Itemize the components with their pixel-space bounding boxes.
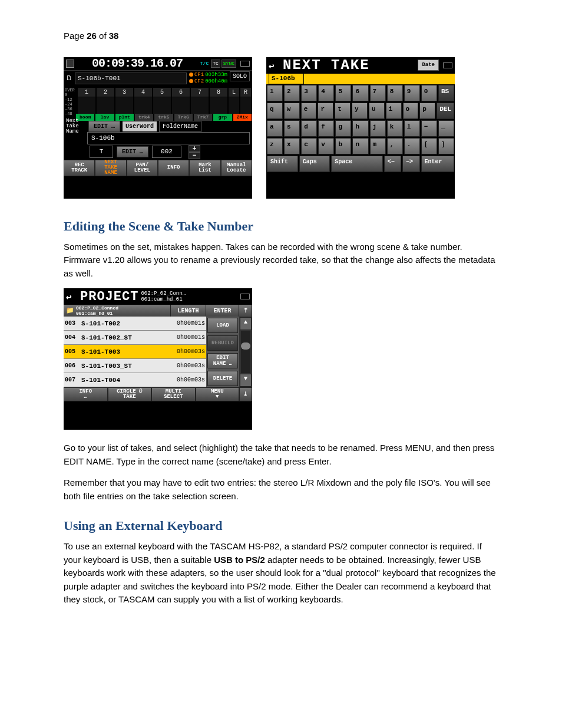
ch-label[interactable]: 6 bbox=[172, 88, 190, 97]
key-4[interactable]: 4 bbox=[318, 85, 334, 101]
side-button-delete[interactable]: DELETE bbox=[207, 371, 238, 386]
key-e[interactable]: e bbox=[301, 103, 317, 119]
next-take-name-button[interactable]: NEXT TAKE NAME bbox=[95, 160, 126, 176]
key-b[interactable]: b bbox=[335, 138, 351, 154]
scroll-down-icon[interactable]: ▼ bbox=[240, 374, 252, 387]
key-n[interactable]: n bbox=[352, 138, 368, 154]
key-.[interactable]: . bbox=[404, 138, 420, 154]
ch-label[interactable]: R bbox=[240, 88, 251, 97]
ch-label[interactable]: 7 bbox=[191, 88, 209, 97]
key-9[interactable]: 9 bbox=[404, 85, 420, 101]
scroll-top-icon[interactable]: ⤒ bbox=[239, 305, 252, 317]
take-row[interactable]: 006S-101-T003_ST0h00m03s bbox=[64, 359, 206, 373]
take-row[interactable]: 007S-101-T0040h00m03s bbox=[64, 373, 206, 387]
key-shift[interactable]: Shift bbox=[267, 156, 298, 172]
ch-label[interactable]: 2 bbox=[97, 88, 114, 97]
key-d[interactable]: d bbox=[301, 120, 317, 137]
increment-button[interactable]: + bbox=[189, 145, 200, 152]
ch-label[interactable]: 3 bbox=[115, 88, 133, 97]
key-o[interactable]: o bbox=[403, 103, 419, 119]
take-number-field[interactable]: 002 bbox=[152, 146, 181, 158]
userword-button[interactable]: UserWord bbox=[123, 121, 157, 131]
take-row[interactable]: 005S-101-T0030h00m03s bbox=[64, 345, 206, 359]
key-[interactable]: −> bbox=[402, 156, 419, 172]
circle-take-button[interactable]: CIRCLE @ TAKE bbox=[108, 387, 152, 401]
key-[interactable]: <− bbox=[384, 156, 401, 172]
multi-select-button[interactable]: MULTI SELECT bbox=[151, 387, 196, 401]
key-enter[interactable]: Enter bbox=[421, 156, 454, 172]
scroll-thumb[interactable] bbox=[241, 342, 250, 350]
key-7[interactable]: 7 bbox=[370, 85, 386, 101]
track-name[interactable]: trk5 bbox=[154, 114, 173, 121]
ch-label[interactable]: 1 bbox=[78, 88, 95, 97]
scroll-up-icon[interactable]: ▲ bbox=[240, 317, 252, 330]
back-icon[interactable]: ↩ bbox=[66, 291, 78, 302]
track-name[interactable]: Trk6 bbox=[174, 114, 193, 121]
key-i[interactable]: i bbox=[386, 103, 402, 119]
edit-button-2[interactable]: EDIT … bbox=[117, 146, 148, 157]
folder-icon[interactable]: 📁 002:P_02_Conned 001:cam_hd_01 bbox=[64, 305, 171, 317]
info-button[interactable]: INFO … bbox=[64, 387, 108, 401]
pan-level-button[interactable]: PAN/ LEVEL bbox=[127, 160, 158, 176]
decrement-button[interactable]: − bbox=[189, 152, 200, 159]
key-caps[interactable]: Caps bbox=[299, 156, 330, 172]
key-1[interactable]: 1 bbox=[267, 85, 283, 101]
track-name[interactable]: lav bbox=[95, 114, 114, 121]
key-z[interactable]: z bbox=[267, 138, 283, 154]
track-name[interactable]: trk4 bbox=[135, 114, 153, 121]
text-entry-field[interactable]: S-106b bbox=[269, 73, 304, 84]
key-k[interactable]: k bbox=[387, 120, 403, 137]
key-a[interactable]: a bbox=[267, 120, 283, 137]
foldername-button[interactable]: FolderName bbox=[159, 121, 201, 132]
ch-label[interactable]: 8 bbox=[210, 88, 227, 97]
info-button[interactable]: INFO bbox=[158, 160, 189, 176]
key-[[interactable]: [ bbox=[421, 138, 437, 154]
key-f[interactable]: f bbox=[318, 120, 334, 137]
current-file-name[interactable]: S-106b-T001 bbox=[75, 73, 187, 85]
key-0[interactable]: 0 bbox=[421, 85, 437, 101]
side-button-load[interactable]: LOAD bbox=[207, 318, 238, 333]
key-bs[interactable]: BS bbox=[438, 85, 454, 101]
name-field[interactable]: S-106b bbox=[87, 132, 250, 144]
date-button[interactable]: Date bbox=[418, 60, 439, 71]
track-name[interactable]: grp bbox=[213, 114, 232, 121]
prefix-field[interactable]: T bbox=[90, 146, 113, 158]
key-y[interactable]: y bbox=[352, 103, 368, 119]
key-6[interactable]: 6 bbox=[352, 85, 368, 101]
key-h[interactable]: h bbox=[352, 120, 368, 137]
key-q[interactable]: q bbox=[267, 103, 283, 119]
key-c[interactable]: c bbox=[301, 138, 317, 154]
key-v[interactable]: v bbox=[318, 138, 334, 154]
take-row[interactable]: 004S-101-T002_ST0h00m01s bbox=[64, 331, 206, 345]
mark-list-button[interactable]: Mark List bbox=[189, 160, 220, 176]
solo-indicator[interactable]: SOLO bbox=[230, 71, 250, 81]
track-name[interactable]: 2Mix bbox=[233, 114, 252, 121]
key-−[interactable]: − bbox=[421, 120, 437, 137]
manual-locate-button[interactable]: Manual Locate bbox=[221, 160, 252, 176]
scroll-track[interactable] bbox=[241, 331, 250, 373]
track-name[interactable]: Trk7 bbox=[194, 114, 212, 121]
key-l[interactable]: l bbox=[404, 120, 420, 137]
ch-label[interactable]: 4 bbox=[134, 88, 152, 97]
take-row[interactable]: 003S-101-T0020h00m01s bbox=[64, 317, 206, 331]
scrollbar[interactable]: ▲ ▼ bbox=[239, 317, 252, 387]
key-][interactable]: ] bbox=[438, 138, 454, 154]
rec-track-button[interactable]: REC TRACK bbox=[64, 160, 95, 176]
key-j[interactable]: j bbox=[370, 120, 386, 137]
key-5[interactable]: 5 bbox=[335, 85, 351, 101]
key-_[interactable]: _ bbox=[438, 120, 454, 137]
stop-icon[interactable] bbox=[66, 60, 74, 68]
scroll-bottom-icon[interactable]: ⤓ bbox=[239, 387, 252, 401]
key-r[interactable]: r bbox=[318, 103, 333, 119]
key-g[interactable]: g bbox=[335, 120, 351, 137]
track-name[interactable]: plnt bbox=[115, 114, 134, 121]
side-button-editname[interactable]: EDIT NAME … bbox=[207, 353, 238, 368]
menu-button[interactable]: MENU ▼ bbox=[196, 387, 240, 401]
ch-label[interactable]: 5 bbox=[153, 88, 171, 97]
key-x[interactable]: x bbox=[284, 138, 300, 154]
ch-label[interactable]: L bbox=[229, 88, 239, 97]
key-m[interactable]: m bbox=[370, 138, 386, 154]
key-space[interactable]: Space bbox=[331, 156, 382, 172]
key-8[interactable]: 8 bbox=[387, 85, 403, 101]
key-u[interactable]: u bbox=[369, 103, 385, 119]
